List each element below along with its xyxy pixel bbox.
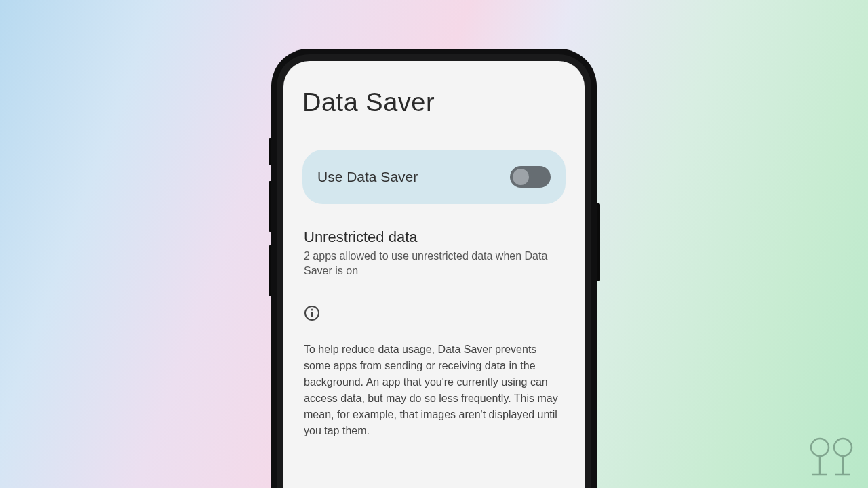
unrestricted-data-row[interactable]: Unrestricted data 2 apps allowed to use … xyxy=(302,228,566,278)
phone-frame: Data Saver Use Data Saver Unrestricted d… xyxy=(271,49,597,488)
toggle-knob xyxy=(513,169,529,185)
phone-volume-down xyxy=(269,245,271,296)
phone-bezel: Data Saver Use Data Saver Unrestricted d… xyxy=(277,54,591,488)
unrestricted-title: Unrestricted data xyxy=(302,228,566,246)
info-icon xyxy=(304,305,320,321)
phone-screen: Data Saver Use Data Saver Unrestricted d… xyxy=(283,61,585,488)
data-saver-toggle[interactable] xyxy=(510,166,551,188)
toggle-label: Use Data Saver xyxy=(317,169,418,185)
data-saver-toggle-row[interactable]: Use Data Saver xyxy=(302,150,566,204)
watermark-logo xyxy=(806,436,859,483)
unrestricted-subtitle: 2 apps allowed to use unrestricted data … xyxy=(302,249,566,278)
info-description: To help reduce data usage, Data Saver pr… xyxy=(302,342,566,439)
svg-point-4 xyxy=(834,439,852,456)
phone-power-button xyxy=(597,203,600,281)
phone-button-left xyxy=(269,138,271,165)
page-title: Data Saver xyxy=(302,88,566,117)
svg-point-3 xyxy=(811,439,829,456)
svg-point-2 xyxy=(312,310,313,310)
phone-volume-up xyxy=(269,181,271,232)
